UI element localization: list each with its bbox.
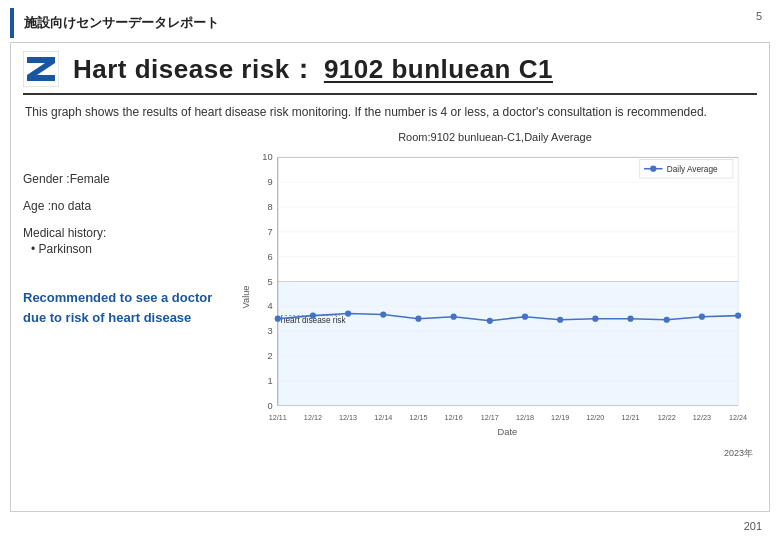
svg-rect-3	[278, 281, 738, 405]
data-point	[699, 314, 705, 320]
main-card: Hart disease risk： 9102 bunluean C1 This…	[10, 42, 770, 512]
recommendation-text: Recommended to see a doctor due to risk …	[23, 288, 223, 327]
svg-text:Value: Value	[241, 285, 251, 308]
card-header: Hart disease risk： 9102 bunluean C1	[23, 51, 757, 95]
svg-text:0: 0	[267, 401, 272, 411]
chart-container: 0 1 2 3 4 5 6 7 8 9 10 Value 12/11	[233, 147, 757, 447]
year-label: 2023年	[233, 447, 757, 460]
data-point	[275, 316, 281, 322]
card-title-prefix: Hart disease risk：	[73, 54, 316, 84]
svg-point-47	[650, 166, 656, 172]
age-info: Age :no data	[23, 198, 223, 215]
data-point	[627, 316, 633, 322]
svg-text:12/11: 12/11	[269, 413, 287, 422]
data-point	[310, 313, 316, 319]
svg-text:12/12: 12/12	[304, 413, 322, 422]
svg-text:12/19: 12/19	[551, 413, 569, 422]
svg-text:12/13: 12/13	[339, 413, 357, 422]
svg-text:12/23: 12/23	[693, 413, 711, 422]
gender-info: Gender :Female	[23, 171, 223, 188]
svg-text:12/22: 12/22	[658, 413, 676, 422]
data-point	[487, 318, 493, 324]
chart-svg: 0 1 2 3 4 5 6 7 8 9 10 Value 12/11	[233, 147, 757, 447]
svg-text:10: 10	[262, 152, 272, 162]
svg-text:1: 1	[267, 376, 272, 386]
medical-history-item: Parkinson	[39, 242, 92, 256]
content-row: Gender :Female Age :no data Medical hist…	[23, 131, 757, 460]
svg-text:12/18: 12/18	[516, 413, 534, 422]
card-title-name: 9102 bunluean C1	[324, 54, 553, 84]
data-point	[735, 313, 741, 319]
description-text: This graph shows the results of heart di…	[23, 103, 757, 121]
data-point	[592, 316, 598, 322]
svg-text:4: 4	[267, 301, 272, 311]
svg-text:6: 6	[267, 252, 272, 262]
svg-text:2: 2	[267, 351, 272, 361]
chart-area: Room:9102 bunluean-C1,Daily Average	[233, 131, 757, 460]
svg-text:5: 5	[267, 277, 272, 287]
left-panel: Gender :Female Age :no data Medical hist…	[23, 131, 223, 460]
svg-text:7: 7	[267, 227, 272, 237]
page-number-bottom: 201	[744, 520, 762, 532]
data-point	[451, 314, 457, 320]
medical-history-title: Medical history:	[23, 226, 106, 240]
data-point	[664, 317, 670, 323]
svg-text:12/15: 12/15	[409, 413, 427, 422]
z-logo-icon	[23, 51, 59, 87]
chart-title: Room:9102 bunluean-C1,Daily Average	[233, 131, 757, 143]
svg-text:3: 3	[267, 326, 272, 336]
svg-text:12/16: 12/16	[445, 413, 463, 422]
svg-text:9: 9	[267, 177, 272, 187]
svg-text:Daily Average: Daily Average	[667, 165, 718, 174]
svg-text:Date: Date	[498, 427, 518, 437]
data-point	[345, 310, 351, 316]
svg-text:12/20: 12/20	[586, 413, 604, 422]
data-point	[380, 311, 386, 317]
banner-title: 施設向けセンサーデータレポート	[24, 14, 219, 32]
top-header: 施設向けセンサーデータレポート	[10, 8, 770, 38]
data-point	[522, 314, 528, 320]
svg-text:12/17: 12/17	[481, 413, 499, 422]
data-point	[557, 317, 563, 323]
data-point	[415, 316, 421, 322]
svg-text:12/24: 12/24	[729, 413, 747, 422]
svg-text:12/21: 12/21	[621, 413, 639, 422]
page-number-top: 5	[756, 10, 762, 22]
svg-text:8: 8	[267, 202, 272, 212]
svg-text:12/14: 12/14	[374, 413, 392, 422]
medical-history: Medical history: • Parkinson	[23, 225, 223, 259]
card-title: Hart disease risk： 9102 bunluean C1	[73, 52, 553, 87]
